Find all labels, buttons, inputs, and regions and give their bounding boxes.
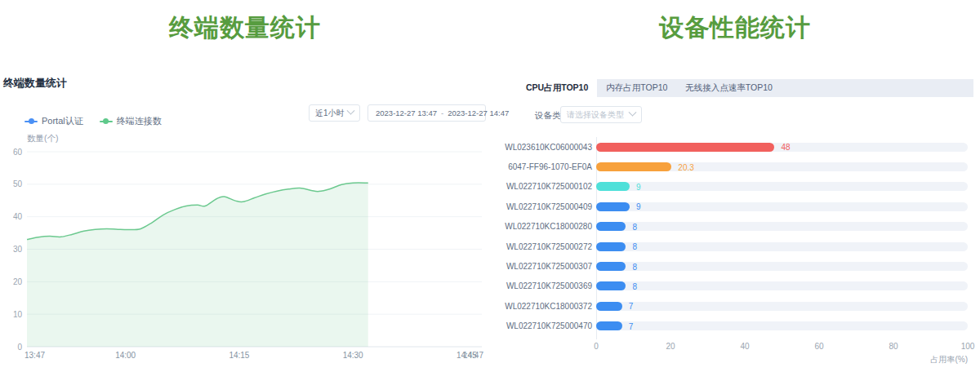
bar-plot-area: 8 [596,237,968,256]
legend-item-terminal-connections[interactable]: 终端连接数 [100,115,162,127]
bar-category-label: WL023610KC06000043 [527,137,592,157]
right-section-title: 设备性能统计 [490,11,980,45]
bar [596,262,626,271]
bar-category-label: WL022710K725000307 [527,256,592,276]
bar-track [596,222,968,231]
bar-plot-area: 8 [596,217,968,237]
bar [596,162,671,171]
bar-x-tick: 0 [594,342,599,351]
tab-memory-top10[interactable]: 内存占用TOP10 [597,79,676,97]
bar-value-label: 9 [636,202,641,211]
device-type-placeholder: 请选择设备类型 [567,109,624,121]
bar-row: WL022710K7250003698 [527,277,968,296]
bar-row: WL022710KC180002808 [527,217,968,237]
bar [596,202,630,211]
left-section-title: 终端数量统计 [0,11,490,45]
bar-value-label: 20.3 [678,162,693,171]
bar-plot-area: 8 [596,277,968,296]
bar-track [596,182,968,191]
bar-row: WL022710K7250003078 [527,256,968,276]
bar-category-label: WL022710KC18000372 [527,296,592,316]
legend-marker-terminal-icon [100,121,113,122]
time-range-select[interactable]: 近1小时 [309,104,360,122]
bar-track [596,202,968,211]
bar-plot-area: 48 [596,137,968,157]
device-type-select[interactable]: 请选择设备类型 [560,106,642,123]
chart-legend: Portal认证 终端连接数 [24,115,162,127]
bar-value-label: 8 [632,281,637,290]
bar-row: WL022710K7250002728 [527,237,968,256]
bar-x-tick: 60 [814,342,823,351]
svg-text:14:00: 14:00 [115,351,136,360]
svg-text:数量(个): 数量(个) [27,133,59,143]
bar-row: WL022710K7250004099 [527,197,968,216]
bar [596,302,622,311]
bar [596,182,630,191]
bar-plot-area: 7 [596,296,968,316]
terminal-count-line-chart: 0102030405060数量(个)13:4714:0014:1514:3014… [0,131,490,372]
svg-text:14:47: 14:47 [463,351,483,360]
legend-item-portal[interactable]: Portal认证 [24,115,83,127]
bar-chart-x-axis-label: 占用率(%) [930,354,968,365]
bar [596,242,626,251]
bar-value-label: 48 [781,143,790,152]
bar-value-label: 9 [636,182,641,191]
svg-text:0: 0 [17,343,22,352]
legend-label-portal: Portal认证 [42,115,83,127]
time-range-value: 近1小时 [315,108,345,119]
bar-category-label: WL022710K725000102 [527,177,592,197]
svg-text:14:30: 14:30 [343,351,363,360]
bar-x-tick: 100 [961,342,975,351]
bar-category-label: WL022710K725000369 [527,277,592,296]
bar-x-tick: 80 [889,342,898,351]
svg-text:20: 20 [13,277,23,286]
bar-row: WL023610KC0600004348 [527,137,968,157]
svg-text:13:47: 13:47 [24,351,45,360]
svg-text:14:15: 14:15 [229,351,249,360]
bar-value-label: 8 [632,222,637,231]
bar-plot-area: 7 [596,317,968,336]
svg-text:40: 40 [13,212,23,221]
bar-track [596,242,968,251]
device-performance-section: 设备性能统计 CPU占用TOP10 内存占用TOP10 无线接入点速率TOP10… [490,0,980,372]
svg-text:10: 10 [13,310,23,319]
bar-category-label: WL022710K725000409 [527,197,592,216]
bar-value-label: 8 [632,262,637,271]
svg-text:30: 30 [13,245,23,254]
bar-track [596,302,968,311]
bar-plot-area: 8 [596,256,968,276]
bar-track [596,262,968,271]
bar-category-label: WL022710KC18000280 [527,217,592,237]
svg-text:60: 60 [13,148,23,157]
bar-plot-area: 20.3 [596,157,968,176]
bar-plot-area: 9 [596,177,968,197]
bar [596,222,626,231]
cpu-top10-bar-chart: WL023610KC06000043486047-FF96-1070-EF0A2… [527,137,968,336]
bar-chart-x-ticks: 020406080100 [596,342,968,352]
date-start: 2023-12-27 13:47 [376,108,437,117]
date-separator: - [440,108,444,117]
bar-row: WL022710KC180003727 [527,296,968,316]
bar-category-label: WL022710K725000470 [527,317,592,336]
bar [596,281,626,290]
tab-cpu-top10[interactable]: CPU占用TOP10 [517,79,597,97]
tab-wireless-ap-rate-top10[interactable]: 无线接入点速率TOP10 [676,79,782,97]
legend-marker-portal-icon [24,121,38,122]
bar-value-label: 7 [629,321,634,330]
bar-track [596,321,968,330]
bar-row: WL022710K7250004707 [527,317,968,336]
terminal-panel-title: 终端数量统计 [3,76,67,91]
chevron-down-icon [629,108,637,117]
bar-category-label: 6047-FF96-1070-EF0A [527,157,592,176]
bar-row: 6047-FF96-1070-EF0A20.3 [527,157,968,176]
bar [596,143,774,152]
performance-tabs: CPU占用TOP10 内存占用TOP10 无线接入点速率TOP10 [517,79,973,97]
legend-label-terminal: 终端连接数 [117,115,162,127]
bar-track [596,281,968,290]
terminal-statistics-section: 终端数量统计 终端数量统计 近1小时 2023-12-27 13:47 - 20… [0,0,490,372]
svg-text:50: 50 [13,179,23,188]
bar-value-label: 8 [632,242,637,251]
date-range-picker[interactable]: 2023-12-27 13:47 - 2023-12-27 14:47 [368,104,486,122]
bar-x-tick: 20 [666,342,675,351]
bar-value-label: 7 [629,302,634,311]
